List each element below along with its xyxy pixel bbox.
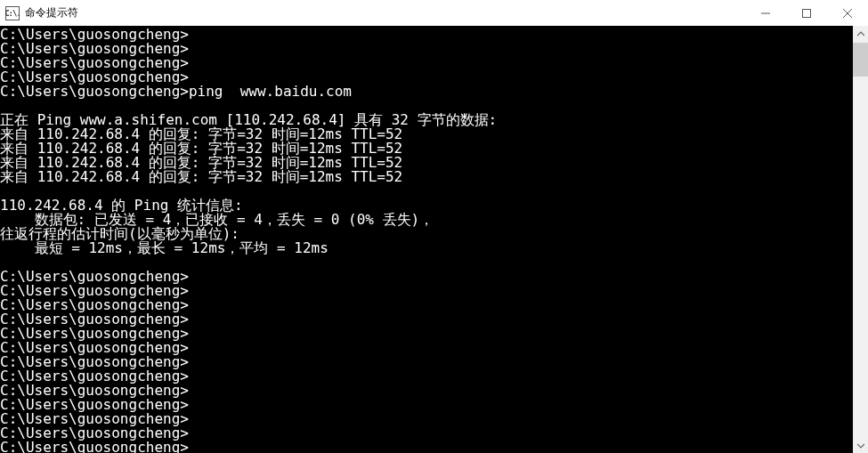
window-title: 命令提示符: [25, 5, 78, 20]
window-controls: [745, 0, 868, 26]
terminal-output[interactable]: C:\Users\guosongcheng>C:\Users\guosongch…: [0, 26, 853, 453]
scroll-up-button[interactable]: [853, 26, 868, 41]
titlebar[interactable]: C:\. 命令提示符: [0, 0, 868, 26]
close-icon: [843, 9, 852, 18]
terminal-line: C:\Users\guosongcheng>: [0, 441, 853, 453]
chevron-down-icon: [857, 442, 864, 449]
scroll-thumb[interactable]: [853, 43, 868, 77]
svg-rect-0: [803, 9, 811, 17]
scroll-down-button[interactable]: [853, 438, 868, 453]
terminal-line: 来自 110.242.68.4 的回复: 字节=32 时间=12ms TTL=5…: [0, 170, 853, 184]
scroll-track[interactable]: [853, 41, 868, 438]
chevron-up-icon: [857, 30, 864, 37]
maximize-icon: [802, 9, 811, 18]
terminal-line: C:\Users\guosongcheng>ping www.baidu.com: [0, 85, 853, 99]
terminal-area: C:\Users\guosongcheng>C:\Users\guosongch…: [0, 26, 868, 453]
close-button[interactable]: [827, 0, 868, 26]
minimize-icon: [761, 9, 770, 18]
maximize-button[interactable]: [786, 0, 827, 26]
terminal-line: 最短 = 12ms，最长 = 12ms，平均 = 12ms: [0, 241, 853, 255]
vertical-scrollbar[interactable]: [853, 26, 868, 453]
cmd-icon: C:\.: [5, 6, 20, 20]
minimize-button[interactable]: [745, 0, 786, 26]
